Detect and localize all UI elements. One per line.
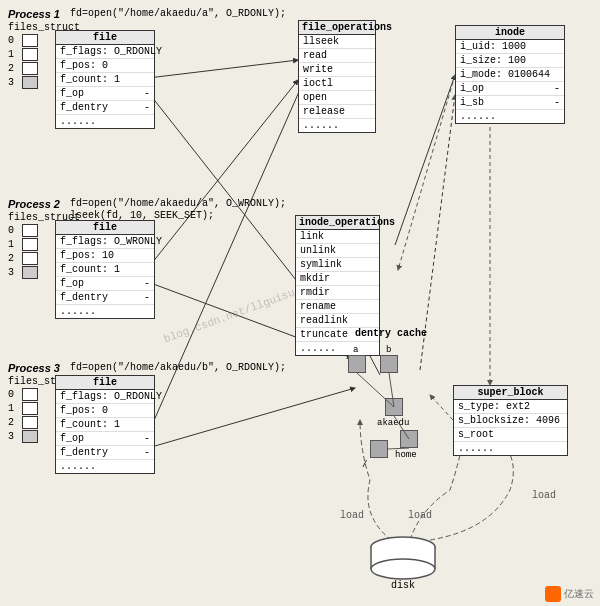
logo-text: 亿速云 — [564, 587, 594, 601]
process2-label: Process 2 — [8, 198, 60, 210]
process2-fsstruct-grid: 0 1 2 3 — [8, 224, 38, 280]
process3-fsstruct-grid: 0 1 2 3 — [8, 388, 38, 444]
disk-shape: disk — [368, 535, 438, 591]
dentry-b-node — [380, 355, 398, 373]
logo-area: 亿速云 — [545, 586, 594, 602]
dentry-root-label: / — [362, 460, 367, 470]
svg-line-5 — [148, 388, 355, 448]
dentry-root-node — [370, 440, 388, 458]
dentry-akaedu-node — [385, 398, 403, 416]
svg-line-9 — [398, 75, 455, 270]
logo-icon — [545, 586, 561, 602]
process2-code1: fd=open("/home/akaedu/a", O_WRONLY); — [70, 198, 286, 209]
disk-svg — [368, 535, 438, 585]
process3-label: Process 3 — [8, 362, 60, 374]
process2-file-box: file f_flags: O_WRONLY f_pos: 10 f_count… — [55, 220, 155, 319]
dentry-home-node — [400, 430, 418, 448]
watermark: blog.csdn.net/llguisu — [162, 287, 296, 346]
process3-code: fd=open("/home/akaedu/b", O_RDONLY); — [70, 362, 286, 373]
load-label-2: load — [408, 510, 432, 521]
svg-point-20 — [371, 559, 435, 579]
dentry-a-node — [348, 355, 366, 373]
process1-code: fd=open("/home/akaedu/a", O_RDONLY); — [70, 8, 286, 19]
svg-line-0 — [148, 60, 298, 78]
super-block-box: super_block s_type: ext2 s_blocksize: 40… — [453, 385, 568, 456]
dentry-b-label: b — [386, 345, 391, 355]
dentry-home-label: home — [395, 450, 417, 460]
inode-box: inode i_uid: 1000 i_size: 100 i_mode: 01… — [455, 25, 565, 124]
svg-line-4 — [148, 85, 302, 434]
process1-file-box: file f_flags: O_RDONLY f_pos: 0 f_count:… — [55, 30, 155, 129]
svg-line-2 — [148, 80, 298, 268]
diagram: Process 1 fd=open("/home/akaedu/a", O_RD… — [0, 0, 600, 606]
dentry-akaedu-label: akaedu — [377, 418, 409, 428]
dentry-a-label: a — [353, 345, 358, 355]
svg-line-12 — [388, 448, 409, 449]
svg-line-11 — [430, 395, 453, 420]
process1-label: Process 1 — [8, 8, 60, 20]
load-label-3: load — [532, 490, 556, 501]
dentry-cache-label: dentry cache — [355, 328, 427, 339]
load-label-1: load — [340, 510, 364, 521]
process3-file-box: file f_flags: O_RDONLY f_pos: 0 f_count:… — [55, 375, 155, 474]
svg-line-6 — [395, 75, 455, 245]
file-operations-box: file_operations llseek read write ioctl … — [298, 20, 376, 133]
process1-fsstruct-grid: 0 1 2 3 — [8, 34, 38, 90]
